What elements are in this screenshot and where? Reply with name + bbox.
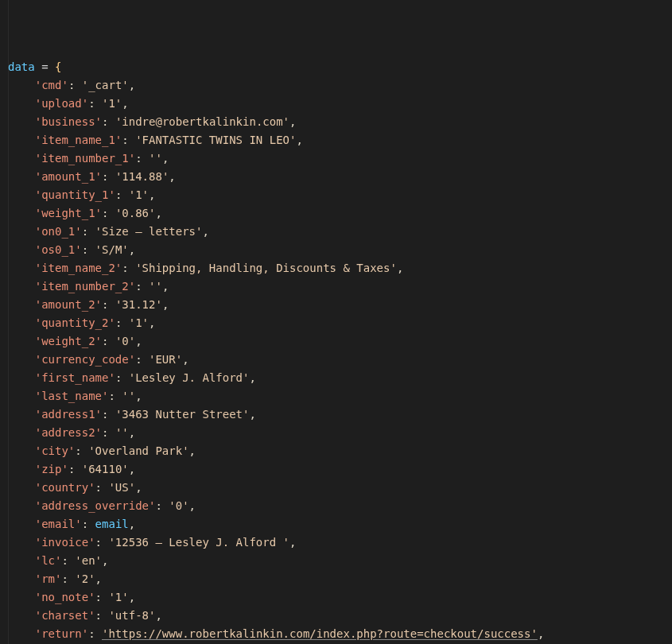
- dict-value: '1': [108, 591, 128, 603]
- comma: ,: [249, 408, 255, 421]
- colon: :: [102, 426, 115, 439]
- code-line[interactable]: 'upload': '1',: [8, 95, 669, 113]
- comma: ,: [169, 170, 175, 183]
- colon: :: [82, 518, 95, 530]
- code-line[interactable]: 'item_number_2': '',: [8, 277, 669, 296]
- dict-value: 'Lesley J. Alford': [129, 371, 250, 384]
- open-brace: {: [55, 60, 61, 73]
- comma: ,: [249, 371, 255, 384]
- dict-key: 'item_number_2': [35, 280, 135, 293]
- dict-value: '0.86': [115, 207, 156, 219]
- code-line[interactable]: 'city': 'Overland Park',: [8, 442, 669, 460]
- code-line[interactable]: 'quantity_1': '1',: [8, 186, 669, 204]
- dict-key: 'business': [35, 115, 102, 128]
- code-line[interactable]: 'amount_1': '114.88',: [8, 168, 669, 186]
- dict-key: 'weight_1': [35, 207, 102, 219]
- colon: :: [102, 298, 115, 311]
- comma: ,: [162, 298, 169, 311]
- dict-key: 'on0_1': [35, 225, 82, 238]
- colon: :: [135, 152, 149, 165]
- code-line[interactable]: 'return': 'https://www.robertkalinkin.co…: [8, 625, 669, 643]
- colon: :: [122, 262, 135, 274]
- code-line[interactable]: 'invoice': '12536 – Lesley J. Alford ',: [8, 533, 669, 552]
- code-line[interactable]: 'item_name_2': 'Shipping, Handling, Disc…: [8, 259, 669, 277]
- code-line[interactable]: 'address1': '3463 Nutter Street',: [8, 405, 669, 424]
- comma: ,: [135, 390, 142, 402]
- colon: :: [115, 371, 129, 384]
- comma: ,: [397, 262, 403, 274]
- code-line[interactable]: 'lc': 'en',: [8, 552, 669, 570]
- dict-value: 'FANTASTIC TWINS IN LEO': [135, 134, 296, 146]
- code-line[interactable]: 'item_number_1': '',: [8, 149, 669, 168]
- dict-key: 'zip': [35, 463, 68, 475]
- dict-key: 'item_number_1': [35, 152, 135, 165]
- dict-key: 'lc': [35, 554, 62, 567]
- comma: ,: [162, 152, 169, 165]
- dict-value: '31.12': [115, 298, 162, 311]
- code-line[interactable]: data = {: [8, 58, 669, 76]
- colon: :: [108, 390, 122, 402]
- comma: ,: [289, 115, 296, 128]
- code-line[interactable]: 'address2': '',: [8, 424, 669, 442]
- dict-key: 'currency_code': [35, 353, 135, 366]
- comma: ,: [202, 225, 208, 238]
- dict-key: 'cmd': [35, 79, 68, 91]
- colon: :: [61, 554, 75, 567]
- code-line[interactable]: 'last_name': '',: [8, 387, 669, 405]
- code-line[interactable]: 'item_name_1': 'FANTASTIC TWINS IN LEO',: [8, 131, 669, 149]
- comma: ,: [189, 499, 196, 512]
- dict-key: 'invoice': [35, 536, 95, 549]
- dict-key: 'upload': [35, 97, 88, 110]
- code-line[interactable]: 'quantity_2': '1',: [8, 314, 669, 332]
- code-line[interactable]: 'address_override': '0',: [8, 497, 669, 515]
- colon: :: [102, 335, 115, 347]
- comma: ,: [155, 207, 161, 219]
- dict-value: '': [115, 426, 129, 439]
- dict-value: 'Size – letters': [95, 225, 203, 238]
- code-line[interactable]: 'currency_code': 'EUR',: [8, 351, 669, 369]
- code-line[interactable]: 'rm': '2',: [8, 570, 669, 588]
- code-line[interactable]: 'country': 'US',: [8, 479, 669, 497]
- dict-value: 'EUR': [149, 353, 182, 366]
- dict-value: '114.88': [115, 170, 169, 183]
- dict-key: 'quantity_2': [35, 316, 115, 329]
- code-line[interactable]: 'first_name': 'Lesley J. Alford',: [8, 369, 669, 387]
- variable-name: data: [8, 60, 35, 73]
- colon: :: [102, 408, 115, 421]
- dict-value: 'Shipping, Handling, Discounts & Taxes': [135, 262, 397, 274]
- code-editor[interactable]: data = { 'cmd': '_cart', 'upload': '1', …: [0, 0, 672, 644]
- code-line[interactable]: 'weight_1': '0.86',: [8, 204, 669, 223]
- comma: ,: [129, 518, 135, 530]
- code-line[interactable]: 'email': email,: [8, 515, 669, 533]
- colon: :: [95, 609, 109, 622]
- comma: ,: [296, 134, 302, 146]
- code-line[interactable]: 'business': 'indre@robertkalinkin.com',: [8, 113, 669, 131]
- code-line[interactable]: 'no_note': '1',: [8, 588, 669, 607]
- comma: ,: [182, 353, 188, 366]
- code-line[interactable]: 'on0_1': 'Size – letters',: [8, 223, 669, 241]
- comma: ,: [135, 335, 142, 347]
- dict-key: 'address2': [35, 426, 102, 439]
- comma: ,: [129, 79, 135, 91]
- comma: ,: [149, 316, 155, 329]
- code-line[interactable]: 'amount_2': '31.12',: [8, 296, 669, 314]
- dict-key: 'item_name_2': [35, 262, 122, 274]
- dict-value: 'utf-8': [108, 609, 155, 622]
- comma: ,: [149, 188, 155, 201]
- code-line[interactable]: 'charset': 'utf-8',: [8, 607, 669, 625]
- dict-value: 'indre@robertkalinkin.com': [115, 115, 289, 128]
- dict-value: '': [149, 280, 162, 293]
- code-line[interactable]: 'weight_2': '0',: [8, 332, 669, 351]
- code-line[interactable]: 'cmd': '_cart',: [8, 76, 669, 95]
- code-line[interactable]: 'zip': '64110',: [8, 460, 669, 479]
- dict-key: 'return': [35, 627, 88, 640]
- dict-key: 'email': [35, 518, 82, 530]
- dict-value: 'en': [75, 554, 102, 567]
- dict-value: '2': [75, 572, 95, 585]
- dict-value: '3463 Nutter Street': [115, 408, 250, 421]
- comma: ,: [162, 280, 169, 293]
- dict-key: 'os0_1': [35, 243, 82, 256]
- code-line[interactable]: 'os0_1': 'S/M',: [8, 241, 669, 259]
- colon: :: [68, 463, 82, 475]
- dict-key: 'city': [35, 444, 76, 457]
